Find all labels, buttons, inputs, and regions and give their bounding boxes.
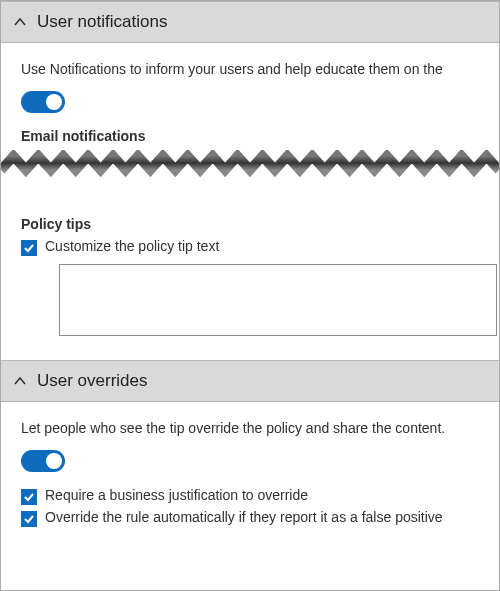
overrides-description: Let people who see the tip override the … (21, 420, 487, 436)
policy-tip-text-input[interactable] (59, 264, 497, 336)
customize-policy-tip-row[interactable]: Customize the policy tip text (21, 238, 487, 256)
false-positive-label: Override the rule automatically if they … (45, 509, 443, 525)
customize-policy-tip-label: Customize the policy tip text (45, 238, 219, 254)
policy-tips-heading: Policy tips (21, 216, 487, 232)
chevron-up-icon (13, 15, 27, 29)
toggle-knob (46, 453, 62, 469)
email-notifications-heading: Email notifications (21, 128, 487, 144)
require-justification-checkbox[interactable] (21, 489, 37, 505)
panel-overrides: Let people who see the tip override the … (1, 402, 499, 549)
section-header-notifications[interactable]: User notifications (1, 1, 499, 43)
section-title-overrides: User overrides (37, 371, 148, 391)
section-title-notifications: User notifications (37, 12, 167, 32)
toggle-knob (46, 94, 62, 110)
false-positive-row[interactable]: Override the rule automatically if they … (21, 509, 487, 527)
cut-indicator (1, 150, 499, 178)
panel-notifications: Use Notifications to inform your users a… (1, 43, 499, 360)
false-positive-checkbox[interactable] (21, 511, 37, 527)
notifications-toggle[interactable] (21, 91, 65, 113)
customize-policy-tip-checkbox[interactable] (21, 240, 37, 256)
require-justification-label: Require a business justification to over… (45, 487, 308, 503)
notifications-description: Use Notifications to inform your users a… (21, 61, 487, 77)
chevron-up-icon (13, 374, 27, 388)
require-justification-row[interactable]: Require a business justification to over… (21, 487, 487, 505)
section-header-overrides[interactable]: User overrides (1, 360, 499, 402)
overrides-toggle[interactable] (21, 450, 65, 472)
